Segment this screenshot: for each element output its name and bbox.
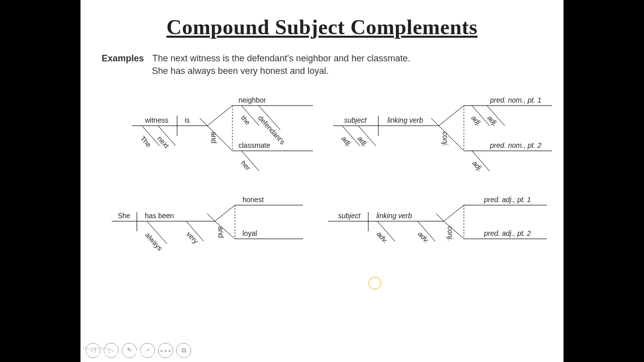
svg-text:honest: honest — [243, 196, 264, 204]
svg-text:pred. nom., pt. 1: pred. nom., pt. 1 — [490, 96, 541, 104]
watermark: Recorded with SCREENCAST O MATIC — [83, 346, 155, 357]
example-line-1: Examples The next witness is the defenda… — [102, 53, 542, 64]
example-sentence-2: She has always been very honest and loya… — [152, 66, 542, 76]
svg-text:conj.: conj. — [446, 226, 454, 241]
svg-line-72 — [444, 205, 464, 221]
svg-text:The: The — [139, 134, 153, 149]
more-button[interactable]: ∘∘∘ — [158, 343, 173, 358]
examples-label: Examples — [102, 53, 150, 64]
svg-line-54 — [207, 214, 215, 221]
screen-button[interactable]: ⧉ — [176, 343, 191, 358]
svg-text:adj.: adj. — [470, 114, 484, 127]
svg-text:witness: witness — [144, 116, 169, 124]
svg-text:adv.: adv. — [375, 230, 390, 245]
svg-line-8 — [200, 118, 207, 126]
svg-line-32 — [439, 106, 464, 126]
svg-text:pred. adj., pt. 1: pred. adj., pt. 1 — [484, 196, 531, 204]
svg-text:adv.: adv. — [417, 230, 431, 245]
example-sentence-1: The next witness is the defendant's neig… — [152, 53, 411, 63]
svg-text:pred. nom., pt. 2: pred. nom., pt. 2 — [490, 141, 541, 149]
svg-text:pred. adj., pt. 2: pred. adj., pt. 2 — [484, 229, 531, 237]
diagram-2: subject linking verb adj. adj. conj. pre… — [323, 85, 554, 186]
svg-text:subject: subject — [344, 116, 367, 124]
svg-text:has been: has been — [145, 212, 174, 220]
svg-line-71 — [436, 214, 444, 221]
diagram-1: witness is The next and neighbor the def… — [112, 85, 323, 186]
svg-text:classmate: classmate — [238, 141, 270, 149]
diagram-4: subject linking verb adv. adv. conj. pre… — [318, 191, 549, 272]
svg-line-9 — [207, 106, 232, 126]
watermark-brand: SCREENCAST O MATIC — [83, 350, 155, 357]
slide: Compound Subject Complements Examples Th… — [80, 0, 564, 362]
svg-text:is: is — [185, 116, 190, 124]
svg-text:subject: subject — [338, 212, 361, 220]
svg-line-31 — [431, 118, 439, 126]
diagram-3: She has been always very and honest loya… — [102, 191, 313, 272]
svg-text:very: very — [185, 230, 200, 245]
cursor-highlight-icon — [368, 277, 381, 290]
svg-text:loyal: loyal — [243, 229, 257, 237]
svg-text:conj.: conj. — [441, 132, 449, 147]
svg-text:neighbor: neighbor — [238, 96, 266, 104]
svg-line-55 — [215, 205, 235, 221]
svg-text:adj.: adj. — [471, 159, 485, 172]
svg-text:adj.: adj. — [486, 114, 500, 127]
svg-text:always: always — [144, 231, 165, 252]
svg-text:linking verb: linking verb — [387, 116, 423, 124]
diagram-zone: witness is The next and neighbor the def… — [102, 85, 542, 317]
svg-text:and: and — [210, 132, 218, 143]
svg-text:linking verb: linking verb — [376, 212, 412, 220]
svg-text:next: next — [156, 134, 171, 149]
svg-text:She: She — [118, 212, 130, 220]
svg-text:and: and — [217, 226, 225, 238]
page-title: Compound Subject Complements — [102, 15, 542, 39]
